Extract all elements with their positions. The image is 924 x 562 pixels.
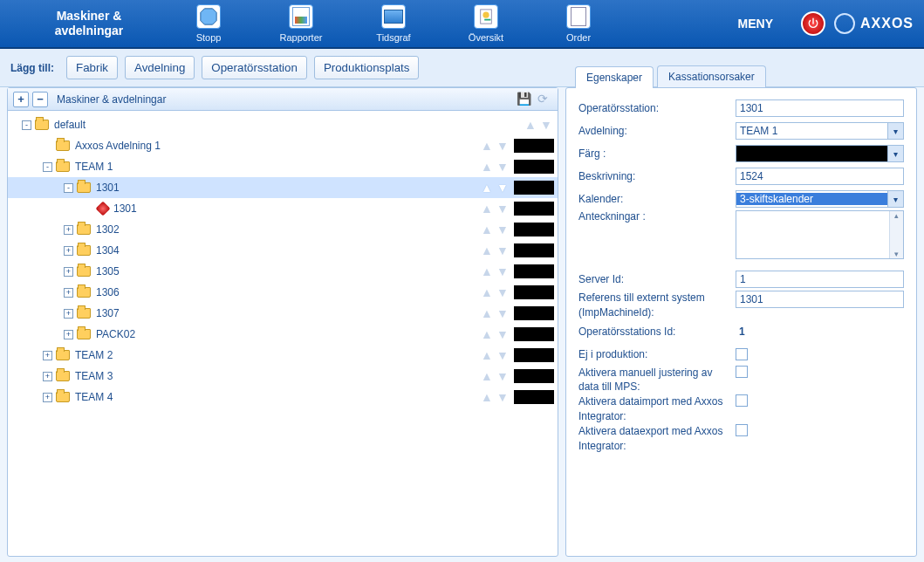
add-fabrik-button[interactable]: Fabrik [66,56,118,79]
move-down-icon[interactable]: ▼ [495,306,510,320]
tree-row-label: default [54,119,86,131]
tab-egenskaper[interactable]: Egenskaper [575,66,654,88]
label-kalender: Kalender: [578,193,736,205]
move-up-icon[interactable]: ▲ [479,306,495,320]
tree-row[interactable]: +1302▲▼ [8,219,558,240]
select-kalender[interactable]: 3-skiftskalender ▾ [736,190,904,208]
move-down-icon[interactable]: ▼ [495,369,510,383]
collapse-icon[interactable]: - [22,120,31,130]
input-beskrivning[interactable] [736,168,904,185]
expand-icon[interactable]: + [43,393,52,402]
nav-oversikt[interactable]: Översikt [455,4,517,43]
folder-icon [56,350,70,360]
svg-point-2 [483,12,489,18]
add-operatorsstation-button[interactable]: Operatörsstation [202,56,307,79]
nav-stopp[interactable]: Stopp [178,4,239,43]
tree-row[interactable]: +1307▲▼ [8,303,558,324]
move-up-icon[interactable]: ▲ [479,348,495,362]
tree-row[interactable]: +1304▲▼ [8,240,558,261]
power-button[interactable] [801,11,825,36]
move-down-icon[interactable]: ▼ [495,390,510,404]
add-toolbar: Lägg till: Fabrik Avdelning Operatörssta… [0,49,924,87]
checkbox-aktimport[interactable] [736,394,748,407]
input-operatorsstation[interactable] [736,99,904,117]
input-referens[interactable] [736,291,904,308]
label-avdelning: Avdelning: [578,125,736,137]
nav-order[interactable]: Order [548,4,609,43]
refresh-icon[interactable]: ⟳ [533,92,552,107]
expand-icon[interactable]: + [43,351,52,360]
save-icon[interactable]: 💾 [514,92,533,107]
collapse-all-button[interactable]: − [32,92,48,107]
move-down-icon[interactable]: ▼ [495,160,510,174]
tree-row[interactable]: +1306▲▼ [8,282,558,303]
tree-row[interactable]: -TEAM 1▲▼ [8,156,558,177]
toolbar-label: Lägg till: [10,62,54,74]
tree-row-label: TEAM 1 [75,161,113,173]
move-down-icon[interactable]: ▼ [495,264,510,278]
move-down-icon[interactable]: ▼ [495,223,510,236]
tree-row[interactable]: +TEAM 4▲▼ [8,387,558,408]
move-down-icon[interactable]: ▼ [538,118,554,132]
scrollbar[interactable]: ▴▾ [889,211,903,258]
move-up-icon[interactable]: ▲ [479,243,495,257]
move-down-icon[interactable]: ▼ [495,348,510,362]
move-up-icon[interactable]: ▲ [523,118,538,132]
move-down-icon[interactable]: ▼ [495,243,510,257]
expand-icon[interactable]: + [43,372,52,381]
move-up-icon[interactable]: ▲ [479,160,495,174]
expand-icon[interactable]: + [64,330,73,339]
move-up-icon[interactable]: ▲ [479,369,495,383]
add-produktionsplats-button[interactable]: Produktionsplats [314,56,420,79]
move-down-icon[interactable]: ▼ [495,285,510,299]
expand-icon[interactable]: + [64,267,73,277]
expand-icon[interactable]: + [64,225,73,235]
add-avdelning-button[interactable]: Avdelning [125,56,195,79]
move-down-icon[interactable]: ▼ [495,181,510,195]
move-down-icon[interactable]: ▼ [495,202,510,216]
input-serverid[interactable] [736,271,904,288]
nav-rapporter[interactable]: Rapporter [270,4,332,43]
color-picker-farg[interactable]: ▾ [736,145,904,162]
move-up-icon[interactable]: ▲ [479,202,495,216]
move-up-icon[interactable]: ▲ [479,390,495,404]
tree-row[interactable]: Axxos Avdelning 1▲▼ [8,135,558,156]
menu-button[interactable]: MENY [719,17,792,31]
move-up-icon[interactable]: ▲ [479,285,495,299]
nav-tidsgraf[interactable]: Tidsgraf [363,4,424,43]
tree-row[interactable]: +TEAM 3▲▼ [8,366,558,387]
expand-icon[interactable]: + [64,246,73,256]
tree-row[interactable]: -1301▲▼ [8,177,558,198]
tree-row[interactable]: +TEAM 2▲▼ [8,345,558,366]
module-title-line2: avdelningar [10,24,168,38]
svg-marker-0 [201,9,216,24]
chevron-down-icon: ▾ [887,146,903,161]
select-avdelning[interactable]: TEAM 1 ▾ [736,122,904,140]
move-up-icon[interactable]: ▲ [479,327,495,341]
expand-icon[interactable]: + [64,309,73,319]
move-up-icon[interactable]: ▲ [479,139,495,153]
checkbox-aktexport[interactable] [736,424,748,436]
redacted-block [514,285,554,299]
checkbox-aktmanuell[interactable] [736,366,748,378]
move-up-icon[interactable]: ▲ [479,181,495,195]
brand-text: AXXOS [860,16,914,31]
move-up-icon[interactable]: ▲ [479,223,495,236]
tree-row[interactable]: 1301▲▼ [8,198,558,219]
expand-all-button[interactable]: + [13,92,29,107]
tree-row[interactable]: +1305▲▼ [8,261,558,282]
collapse-icon[interactable]: - [43,162,52,172]
tree-view[interactable]: -default▲▼ Axxos Avdelning 1▲▼-TEAM 1▲▼-… [8,111,558,556]
tab-kassationsorsaker[interactable]: Kassationsorsaker [657,65,766,87]
expand-icon[interactable]: + [64,288,73,298]
tree-row[interactable]: +PACK02▲▼ [8,324,558,345]
tree-row-label: 1306 [96,286,120,298]
move-down-icon[interactable]: ▼ [495,139,510,153]
collapse-icon[interactable]: - [64,183,73,193]
move-down-icon[interactable]: ▼ [495,327,510,341]
move-up-icon[interactable]: ▲ [479,264,495,278]
redacted-block [514,369,554,383]
tree-row[interactable]: -default▲▼ [8,114,558,135]
textarea-anteckningar[interactable]: ▴▾ [736,210,904,259]
checkbox-ejiprod[interactable] [736,348,748,360]
